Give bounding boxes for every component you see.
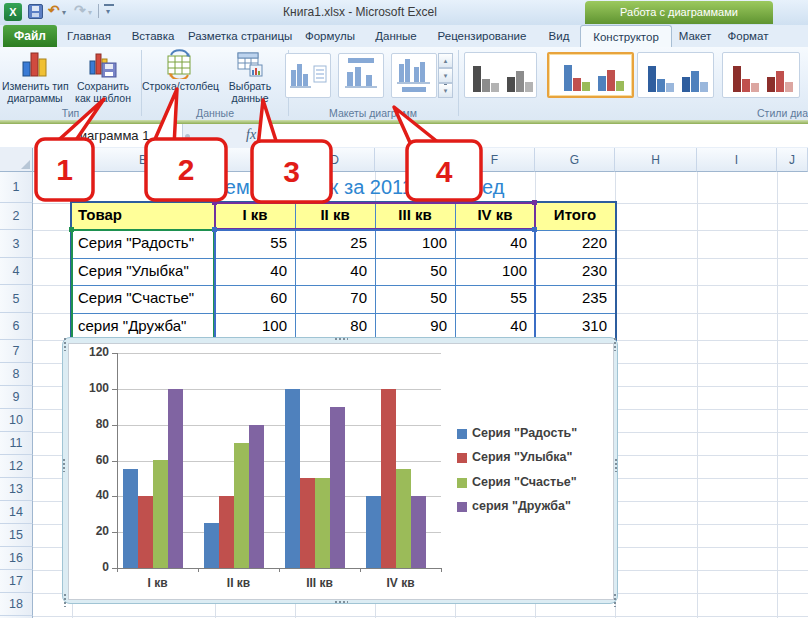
row-header-11[interactable]: 11 xyxy=(0,432,33,455)
bar-I кв-series2[interactable] xyxy=(138,496,153,568)
tab-Вставка[interactable]: Вставка xyxy=(124,25,182,47)
bar-III кв-series2[interactable] xyxy=(300,478,315,568)
excel-logo-icon[interactable]: X xyxy=(4,3,22,21)
chart-grip[interactable] xyxy=(612,593,618,607)
row-header-1[interactable]: 1 xyxy=(0,172,33,203)
insert-function-button[interactable]: fx xyxy=(246,127,256,143)
chart-grip[interactable] xyxy=(61,458,67,472)
row-header-3[interactable]: 3 xyxy=(0,230,33,258)
column-header-J[interactable]: J xyxy=(777,148,808,172)
chart-layout-option-3[interactable] xyxy=(391,53,437,98)
redo-icon[interactable]: ↷ xyxy=(74,2,86,18)
bar-III кв-series3[interactable] xyxy=(315,478,330,568)
tab-Макет[interactable]: Макет xyxy=(672,25,718,47)
undo-icon[interactable]: ↶ xyxy=(48,2,60,18)
chart-grip[interactable] xyxy=(334,599,348,605)
switch-row-column-button[interactable]: Строка/столбец xyxy=(142,49,216,105)
layouts-scroll-down-button[interactable]: ▾ xyxy=(438,68,453,83)
chart-grip[interactable] xyxy=(612,337,618,351)
table-header-cell[interactable]: Товар xyxy=(78,206,215,228)
qat-customize-arrow[interactable]: ▾ xyxy=(106,7,110,16)
redo-dropdown-icon[interactable]: ▾ xyxy=(88,8,92,17)
chart-grip[interactable] xyxy=(62,337,68,351)
legend-label[interactable]: Серия "Улыбка" xyxy=(472,450,612,464)
legend-label[interactable]: серия "Дружба" xyxy=(472,499,612,513)
legend-label[interactable]: Серия "Радость" xyxy=(472,426,612,440)
name-box-splitter[interactable] xyxy=(185,134,190,139)
tab-Конструктор[interactable]: Конструктор xyxy=(580,25,672,47)
bar-IV кв-series2[interactable] xyxy=(381,389,396,568)
tab-Рецензирование[interactable]: Рецензирование xyxy=(430,25,534,47)
legend-marker[interactable] xyxy=(457,502,467,512)
row-header-13[interactable]: 13 xyxy=(0,478,33,501)
bar-II кв-series3[interactable] xyxy=(234,443,249,568)
chart-grip[interactable] xyxy=(613,458,619,472)
row-header-14[interactable]: 14 xyxy=(0,501,33,524)
chart-grip[interactable] xyxy=(334,336,348,342)
bar-IV кв-series4[interactable] xyxy=(411,496,426,568)
bar-IV кв-series1[interactable] xyxy=(366,496,381,568)
legend-label[interactable]: Серия "Счастье" xyxy=(472,475,612,489)
tab-Данные[interactable]: Данные xyxy=(368,25,424,47)
tab-Вид[interactable]: Вид xyxy=(540,25,578,47)
legend-marker[interactable] xyxy=(457,453,467,463)
column-header-I[interactable]: I xyxy=(697,148,777,172)
row-header-15[interactable]: 15 xyxy=(0,524,33,547)
chart-style-option-4[interactable] xyxy=(722,52,800,98)
tab-Формулы[interactable]: Формулы xyxy=(298,25,362,47)
row-header-16[interactable]: 16 xyxy=(0,547,33,570)
column-header-G[interactable]: G xyxy=(535,148,615,172)
chart-style-option-3[interactable] xyxy=(637,52,714,98)
tab-Разметка страницы[interactable]: Разметка страницы xyxy=(188,25,292,47)
table-header-cell[interactable]: Итого xyxy=(535,206,615,228)
chart-layout-option-1[interactable] xyxy=(285,53,331,98)
row-header-5[interactable]: 5 xyxy=(0,285,33,313)
chart-style-option-2[interactable] xyxy=(547,52,634,98)
name-box[interactable]: Диаграмма 1 xyxy=(0,124,183,147)
layouts-scroll-up-button[interactable]: ▴ xyxy=(438,53,453,68)
row-header-9[interactable]: 9 xyxy=(0,386,33,409)
row-header-2[interactable]: 2 xyxy=(0,203,33,230)
formula-input[interactable] xyxy=(272,124,808,147)
qat-customize-icon[interactable] xyxy=(104,4,114,6)
bar-I кв-series1[interactable] xyxy=(123,469,138,568)
chart-area[interactable]: 020406080100120I квII квIII квIV квСерия… xyxy=(68,343,614,600)
legend-marker[interactable] xyxy=(457,478,467,488)
table-cell-total[interactable]: 230 xyxy=(535,262,607,279)
row-header-8[interactable]: 8 xyxy=(0,363,33,386)
bar-III кв-series4[interactable] xyxy=(330,407,345,568)
table-cell-total[interactable]: 235 xyxy=(535,289,607,306)
select-data-button[interactable]: Выбратьданные xyxy=(216,49,284,105)
legend-marker[interactable] xyxy=(457,429,467,439)
row-header-12[interactable]: 12 xyxy=(0,455,33,478)
bar-I кв-series3[interactable] xyxy=(153,460,168,568)
row-header-7[interactable]: 7 xyxy=(0,340,33,363)
chart-grip[interactable] xyxy=(62,593,68,607)
row-header-10[interactable]: 10 xyxy=(0,409,33,432)
layouts-more-button[interactable]: ▾ xyxy=(438,83,453,98)
bar-II кв-series1[interactable] xyxy=(204,523,219,568)
bar-II кв-series2[interactable] xyxy=(219,496,234,568)
bar-IV кв-series3[interactable] xyxy=(396,469,411,568)
change-chart-type-button[interactable]: Изменить типдиаграммы xyxy=(2,49,68,105)
chart-layout-option-2[interactable] xyxy=(338,53,384,98)
row-header-4[interactable]: 4 xyxy=(0,258,33,285)
row-header-17[interactable]: 17 xyxy=(0,570,33,593)
bar-I кв-series4[interactable] xyxy=(168,389,183,568)
undo-dropdown-icon[interactable]: ▾ xyxy=(62,8,66,17)
chart-style-option-1[interactable] xyxy=(464,52,537,98)
bar-II кв-series4[interactable] xyxy=(249,425,264,568)
table-cell-total[interactable]: 310 xyxy=(535,317,607,334)
tab-Формат[interactable]: Формат xyxy=(718,25,778,47)
row-header-6[interactable]: 6 xyxy=(0,313,33,340)
save-as-template-button[interactable]: Сохранитькак шаблон xyxy=(70,49,136,105)
bar-III кв-series1[interactable] xyxy=(285,389,300,568)
save-icon[interactable] xyxy=(28,4,43,19)
column-header-H[interactable]: H xyxy=(615,148,697,172)
chart[interactable]: 020406080100120I квII квIII квIV квСерия… xyxy=(62,337,618,604)
table-cell-total[interactable]: 220 xyxy=(535,234,607,251)
select-all-corner[interactable] xyxy=(0,148,33,172)
tab-Файл[interactable]: Файл xyxy=(3,25,57,47)
tab-Главная[interactable]: Главная xyxy=(60,25,118,47)
row-header-18[interactable]: 18 xyxy=(0,593,33,616)
